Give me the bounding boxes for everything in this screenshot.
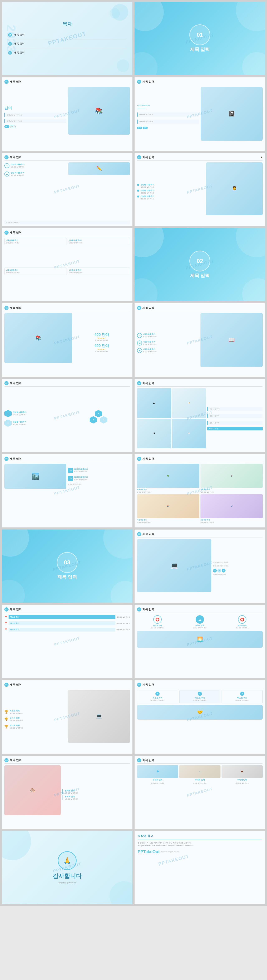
slide-11-title: 제목 입력: [10, 382, 21, 385]
slide-12-labels: 관련 내용 추가 관련 내용 추가 관련 내용 추가 자세히 보기: [207, 388, 262, 448]
slide-19-header: 01 제목 입력: [5, 682, 130, 688]
slide-16-title: 제목 입력: [143, 532, 154, 536]
badge-03-16: 03: [137, 532, 141, 536]
slide-7: 01 제목 입력 내용 내용 추가 설명글을 넣어주세요 내용 내용 추가 설명…: [2, 228, 133, 301]
slide-10: 02 제목 입력 ⚙ 사용 내용 추가 설명글을 넣어주세요 ☰: [134, 303, 265, 377]
stat-9-2: 400 만대 ★★★★☆ 설명글을 넣어주세요: [74, 343, 130, 353]
brand-area: PPTakeOut Premium Template Provider: [138, 850, 262, 854]
slide-4-header: 01 제목 입력: [137, 80, 262, 85]
slide-3-header: 01 제목 입력: [5, 80, 130, 85]
cloud-deco-3: [117, 59, 129, 72]
badge-01: 01: [5, 80, 8, 84]
badge-01-18: 01: [137, 607, 141, 611]
slide-14-header: 02 제목 입력: [137, 457, 262, 462]
slide-1-toc: 2023 목차 01 제목 입력 02 제목 입력 03 제목 입력 PPTAK: [2, 2, 133, 75]
thank-text: 감사합니다: [52, 872, 82, 880]
icon-row-18: ⭕ 텍스트 입력 설명글을 넣어주세요 ☁ 텍스트 입력 설명글을 넣어주세요 …: [137, 615, 262, 629]
slide-6-sub: 🎓: [261, 156, 262, 158]
msg-icon-2: ✉: [68, 476, 73, 481]
photo-4: 📖: [172, 419, 206, 449]
col-22-1: 🌐 부제목 입력 설명글을 넣어주세요: [137, 765, 178, 824]
slide-6-title: 제목 입력: [143, 156, 154, 159]
text-20-2: 2 텍스트 추가 설명글을 넣어주세요: [180, 690, 221, 703]
circle-icon-10: ◉: [137, 348, 142, 353]
pin-icon-3: 📍: [5, 628, 8, 631]
hex-right: 2: [100, 416, 107, 423]
slide-9-image: 📚: [5, 313, 72, 372]
heart-icon: ♡: [5, 163, 10, 168]
toc-item-1: 01 제목 입력: [8, 33, 126, 37]
img-22-3: 💼: [221, 765, 262, 778]
icon-16-3: ★: [222, 569, 226, 573]
trophy-icon-3: 🏆: [5, 725, 8, 729]
icon-item-10-2: ☰ 사용 내용 추가 설명글을 넣어주세요: [137, 340, 199, 345]
stat-desc-2: 설명글을 넣어주세요: [74, 350, 130, 353]
pin-list: 📍 텍스트 추가 설명글을 넣어주세요 📍 텍스트 추가 설명글을 넣어주세요 …: [5, 614, 130, 632]
cloud-15-r: [111, 581, 133, 603]
tag-1: 태그: [5, 125, 10, 128]
blue-btn-12[interactable]: 자세히 보기: [207, 427, 262, 430]
slide-10-image: 📖: [200, 313, 262, 373]
text-block-1: 설명글을 넣어주세요: [5, 113, 66, 117]
slide-23-thank: 🙏 감사합니다 설명글을 넣어주세요 PPTAKEOUT: [2, 831, 133, 904]
section-ring: 01: [189, 24, 210, 45]
book-icon: 📚: [95, 107, 103, 115]
pin-icon-1: 📍: [5, 616, 8, 619]
icon-item-10-3: ◉ 사용 내용 추가 설명글을 넣어주세요: [137, 348, 199, 353]
trophy-3: 🏆 텍스트 목록 설명글을 넣어주세요: [5, 724, 66, 729]
badge-01-19: 01: [5, 682, 8, 687]
slide-8-section02: 02 제목 입력 PPTAKEOUT: [134, 228, 265, 301]
col-21-2: 부제목 입력 설명글을 넣어주세요: [62, 795, 130, 800]
v-item-6-2: 건설별 내용추가 설명글을 넣어주세요: [137, 189, 205, 194]
slide-20-image: 🤝: [137, 705, 262, 720]
dot-1: [137, 184, 139, 186]
slide-22-title: 제목 입력: [143, 759, 154, 762]
section-title-03: 제목 입력: [57, 574, 77, 580]
blue-divider: [137, 109, 145, 109]
section-ring-03: 03: [57, 552, 78, 573]
badge-02-9: 02: [5, 306, 8, 310]
photo-grid-12: 📷 📝 📱 📖: [137, 388, 206, 448]
slide-4: 01 제목 입력 TITLE EXAMPLE 설명글을 넣어주세요 설명글을 넣…: [134, 77, 265, 151]
item-7-4: 내용 내용 추가 설명글을 넣어주세요: [68, 267, 130, 296]
deco-23-2: [110, 881, 133, 904]
label-12-1: 관련 내용 추가: [207, 407, 262, 411]
slide-6: 01 제목 입력 🎓 건설별 내용추가 설명글을 넣어주세요: [134, 153, 265, 226]
slide-20-header: 01 제목 입력: [137, 682, 262, 688]
cloud-8-r: [242, 278, 265, 301]
stat-9-1: 400 만대 ★★★★☆ 설명글을 넣어주세요: [74, 332, 130, 342]
img-22-1: 🌐: [137, 765, 178, 778]
brand-name: PPTakeOut: [138, 850, 160, 854]
three-col-22: 🌐 부제목 입력 설명글을 넣어주세요 ☕ 부제목 입력 설명글을 넣어주세요 …: [137, 765, 262, 824]
badge-01-20: 01: [137, 682, 141, 687]
slide-22-header: 01 제목 입력: [137, 758, 262, 764]
dot-2: [137, 190, 139, 192]
badge-02-13: 02: [5, 457, 8, 461]
toc-title: 목차: [8, 21, 126, 27]
slide-5-title: 제목 입력: [10, 156, 21, 159]
item-5-2: ☁ 감성적 내용추가 설명글을 넣어주세요: [5, 172, 66, 177]
tag-4-1: 항목: [137, 127, 142, 129]
icon-16-1: ★: [213, 569, 217, 573]
circle-icon-18-2: ☁: [195, 615, 204, 624]
v-item-6-3: 건설별 내용추가 설명글을 넣어주세요: [137, 195, 205, 200]
slide-12: 02 제목 입력 📷 📝 📱 📖 관련 내용 추가 관련 내용 추가 관련 내용…: [134, 379, 265, 452]
notebook-icon: 📓: [228, 110, 235, 117]
slide-3-title: 제목 입력: [10, 80, 21, 84]
trophy-icon-1: 🏆: [5, 710, 8, 714]
hex-list-2: 2 건설별 내용추가 설명글을 넣어주세요: [5, 419, 66, 427]
badge-02-10: 02: [137, 306, 141, 310]
slide-grid: 2023 목차 01 제목 입력 02 제목 입력 03 제목 입력 PPTAK: [0, 0, 267, 906]
badge-01-5: 01: [5, 155, 8, 159]
photo-14-4: 🖊️: [200, 494, 263, 518]
copyright-divider: [138, 840, 262, 840]
trophy-1: 🏆 텍스트 목록 설명글을 넣어주세요: [5, 710, 66, 714]
msg-item-1: ✉ 감성적 내용추가 설명글을 넣어주세요: [68, 468, 130, 473]
slide-21-header: 03 제목 입력: [5, 758, 130, 764]
slide-7-header: 01 제목 입력: [5, 231, 130, 236]
label-12-3: 관련 내용 추가: [207, 421, 262, 425]
slide-16-sub2: 설명글을 넣어주세요: [213, 565, 262, 567]
slide-19-image: 💻: [68, 690, 130, 749]
title-example-label: TITLE EXAMPLE: [137, 104, 199, 106]
icon-18-1: ⭕ 텍스트 입력 설명글을 넣어주세요: [151, 615, 164, 629]
